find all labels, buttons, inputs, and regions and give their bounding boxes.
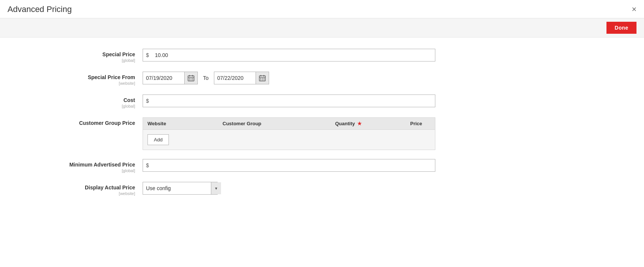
page-title: Advanced Pricing [8, 4, 72, 14]
svg-rect-7 [189, 80, 190, 80]
display-actual-price-label: Display Actual Price [website] [15, 182, 143, 196]
date-from-wrap [143, 72, 198, 84]
table-header-customer-group: Customer Group [223, 121, 335, 126]
done-button[interactable]: Done [606, 22, 636, 34]
select-arrow-icon [211, 182, 221, 194]
special-price-from-label: Special Price From [website] [15, 72, 143, 86]
svg-rect-4 [189, 78, 190, 79]
cost-input[interactable] [152, 95, 435, 107]
svg-rect-9 [192, 80, 193, 80]
close-button[interactable]: × [632, 5, 636, 14]
date-to-wrap [214, 72, 269, 84]
svg-rect-6 [192, 78, 193, 79]
calendar-icon [188, 75, 194, 81]
special-price-row: Special Price [global] $ [15, 49, 629, 63]
display-actual-price-row: Display Actual Price [website] Use confi… [15, 182, 629, 196]
cost-field: $ [143, 94, 435, 107]
to-separator: To [202, 75, 210, 81]
svg-rect-18 [262, 80, 263, 80]
customer-group-price-label: Customer Group Price [15, 117, 143, 126]
special-price-date-row: Special Price From [website] [15, 72, 629, 86]
map-label: Minimum Advertised Price [global] [15, 159, 143, 173]
toolbar: Done [0, 18, 644, 38]
display-actual-price-select-wrap: Use config On Gesture In Cart Before Ord… [143, 182, 218, 195]
table-header-website: Website [147, 121, 223, 126]
date-to-calendar-button[interactable] [256, 72, 269, 84]
map-field: $ [143, 159, 435, 172]
map-input-wrap: $ [143, 159, 435, 172]
svg-rect-16 [263, 78, 265, 79]
special-price-label: Special Price [global] [15, 49, 143, 63]
special-price-prefix: $ [143, 52, 152, 58]
svg-rect-17 [260, 80, 261, 80]
display-actual-price-select[interactable]: Use config On Gesture In Cart Before Ord… [143, 182, 211, 194]
calendar-icon [259, 75, 266, 81]
date-from-input[interactable] [143, 72, 184, 84]
table-body: Add [143, 130, 435, 150]
date-to-input[interactable] [214, 72, 256, 84]
customer-group-price-field: Website Customer Group Quantity ★ Price … [143, 117, 435, 150]
map-input[interactable] [152, 159, 435, 171]
svg-rect-19 [263, 80, 265, 80]
form-body: Special Price [global] $ Special Price F… [0, 38, 644, 216]
dialog-header: Advanced Pricing × [0, 0, 644, 18]
display-actual-price-field: Use config On Gesture In Cart Before Ord… [143, 182, 435, 195]
special-price-field: $ [143, 49, 435, 62]
customer-group-price-row: Customer Group Price Website Customer Gr… [15, 117, 629, 150]
table-header-quantity: Quantity ★ [335, 121, 410, 126]
map-row: Minimum Advertised Price [global] $ [15, 159, 629, 173]
cost-prefix: $ [143, 98, 152, 104]
customer-group-price-table: Website Customer Group Quantity ★ Price … [143, 117, 435, 150]
cost-label: Cost [global] [15, 94, 143, 108]
date-row: To [143, 72, 435, 84]
quantity-required-star: ★ [357, 121, 362, 126]
special-price-date-field: To [143, 72, 435, 84]
svg-rect-5 [191, 78, 192, 79]
date-from-calendar-button[interactable] [184, 72, 197, 84]
add-customer-group-price-button[interactable]: Add [147, 134, 169, 145]
map-prefix: $ [143, 162, 152, 168]
special-price-input[interactable] [152, 49, 435, 61]
svg-rect-15 [262, 78, 263, 79]
special-price-input-wrap: $ [143, 49, 435, 62]
table-header-price: Price [410, 121, 485, 126]
cost-input-wrap: $ [143, 94, 435, 107]
svg-rect-14 [260, 78, 261, 79]
svg-rect-8 [191, 80, 192, 80]
table-header: Website Customer Group Quantity ★ Price [143, 118, 435, 130]
cost-row: Cost [global] $ [15, 94, 629, 108]
